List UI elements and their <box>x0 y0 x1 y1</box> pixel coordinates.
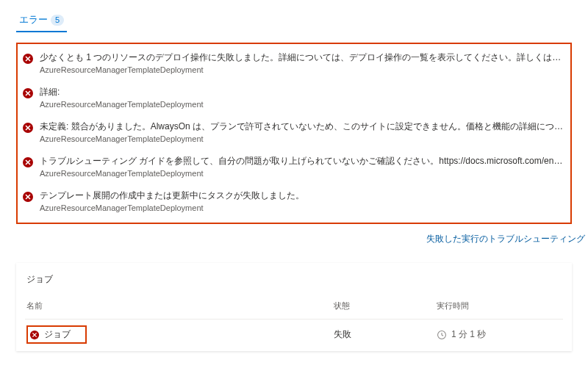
error-row[interactable]: 未定義: 競合がありました。AlwaysOn は、プランで許可されていないため、… <box>19 116 569 151</box>
col-header-status: 状態 <box>334 300 437 311</box>
jobs-card: ジョブ 名前 状態 実行時間 ジョブ 失敗 1 分 1 秒 <box>16 263 572 351</box>
error-source: AzureResourceManagerTemplateDeployment <box>40 65 564 74</box>
error-row[interactable]: 少なくとも 1 つのリソースのデプロイ操作に失敗しました。詳細については、デプロ… <box>19 47 569 82</box>
troubleshoot-link[interactable]: 失敗した実行のトラブルシューティング <box>426 234 585 244</box>
error-message: 少なくとも 1 つのリソースのデプロイ操作に失敗しました。詳細については、デプロ… <box>40 51 564 64</box>
errors-panel: 少なくとも 1 つのリソースのデプロイ操作に失敗しました。詳細については、デプロ… <box>16 43 572 224</box>
error-icon <box>22 87 34 99</box>
col-header-duration: 実行時間 <box>437 300 562 311</box>
error-row[interactable]: トラブルシューティング ガイドを参照して、自分の問題が取り上げられていないかご確… <box>19 151 569 185</box>
error-row[interactable]: 詳細: AzureResourceManagerTemplateDeployme… <box>19 82 569 116</box>
error-message: トラブルシューティング ガイドを参照して、自分の問題が取り上げられていないかご確… <box>40 155 564 167</box>
error-source: AzureResourceManagerTemplateDeployment <box>40 134 564 143</box>
error-icon <box>22 53 34 65</box>
tab-errors-count: 5 <box>51 15 64 26</box>
error-message: 詳細: <box>40 86 564 98</box>
tab-errors-label: エラー <box>19 13 48 26</box>
table-row[interactable]: ジョブ 失敗 1 分 1 秒 <box>25 319 563 351</box>
error-source: AzureResourceManagerTemplateDeployment <box>40 169 564 178</box>
error-icon <box>22 122 34 134</box>
clock-icon <box>437 330 447 340</box>
tab-errors[interactable]: エラー 5 <box>16 10 67 32</box>
jobs-title: ジョブ <box>25 270 563 297</box>
error-icon <box>29 330 40 340</box>
job-duration: 1 分 1 秒 <box>451 328 486 341</box>
job-name: ジョブ <box>44 328 71 341</box>
error-message: 未定義: 競合がありました。AlwaysOn は、プランで許可されていないため、… <box>40 120 564 133</box>
error-row[interactable]: テンプレート展開の作成中または更新中にタスクが失敗しました。 AzureReso… <box>19 185 569 220</box>
error-source: AzureResourceManagerTemplateDeployment <box>40 100 564 109</box>
job-name-cell: ジョブ <box>26 325 87 344</box>
error-source: AzureResourceManagerTemplateDeployment <box>40 203 564 212</box>
job-status: 失敗 <box>334 328 437 341</box>
error-icon <box>22 156 34 168</box>
error-message: テンプレート展開の作成中または更新中にタスクが失敗しました。 <box>40 190 564 202</box>
error-icon <box>22 191 34 203</box>
col-header-name: 名前 <box>26 300 334 311</box>
